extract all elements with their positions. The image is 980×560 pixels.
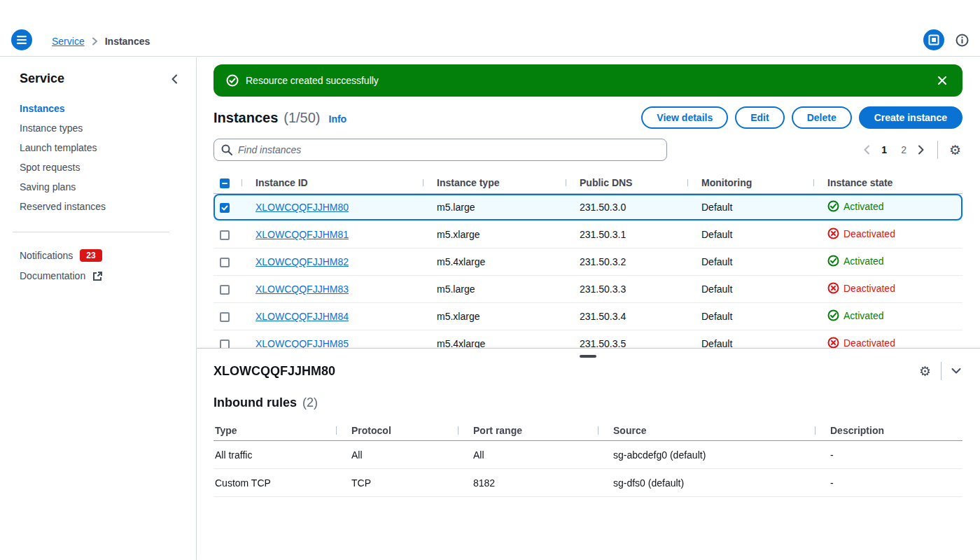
table-row[interactable]: XLOWCQQFJJHM83 m5.large 231.50.3.3 Defau… [214, 276, 962, 303]
column-header-description: Description [815, 425, 962, 436]
instance-state-label: Activated [844, 255, 884, 267]
table-row[interactable]: XLOWCQQFJJHM85 m5.4xlarge 231.50.3.5 Def… [214, 330, 962, 348]
rule-description-cell: - [815, 477, 962, 489]
sidebar-nav-item[interactable]: Instances [20, 99, 179, 118]
instance-type-cell: m5.xlarge [423, 229, 566, 240]
panel-divider [941, 362, 941, 380]
hamburger-menu-button[interactable] [11, 29, 32, 50]
view-details-button[interactable]: View details [641, 106, 728, 129]
success-check-icon [226, 74, 239, 87]
column-header-instance-type[interactable]: Instance type [423, 177, 566, 188]
delete-button[interactable]: Delete [792, 106, 852, 129]
sidebar-nav-item[interactable]: Instance types [20, 118, 179, 138]
split-panel-collapse-button[interactable] [950, 366, 962, 376]
page-1-button[interactable]: 1 [876, 141, 892, 158]
table-header-row: Instance ID Instance type Public DNS Mon… [214, 172, 962, 194]
inbound-rules-title: Inbound rules [214, 396, 297, 410]
column-header-instance-id[interactable]: Instance ID [241, 177, 423, 188]
monitoring-cell: Default [687, 202, 813, 213]
close-icon [937, 76, 947, 85]
public-dns-cell: 231.50.3.0 [566, 202, 687, 213]
monitoring-cell: Default [687, 338, 813, 348]
public-dns-cell: 231.50.3.4 [566, 311, 687, 322]
instance-state-badge: Activated [827, 200, 884, 212]
public-dns-cell: 231.50.3.2 [566, 256, 687, 267]
instance-id-link[interactable]: XLOWCQQFJJHM80 [255, 202, 349, 213]
page-2-button[interactable]: 2 [895, 141, 912, 158]
next-page-button[interactable] [915, 142, 927, 158]
search-input[interactable] [238, 144, 659, 155]
table-row[interactable]: XLOWCQQFJJHM81 m5.xlarge 231.50.3.1 Defa… [214, 221, 962, 248]
instance-state-badge: Activated [827, 255, 884, 267]
top-navigation: Service Instances [0, 0, 980, 57]
rule-type-cell: Custom TCP [214, 477, 336, 489]
instance-state-label: Activated [844, 310, 884, 321]
instance-type-cell: m5.4xlarge [423, 338, 566, 348]
sidebar-nav-item[interactable]: Reserved instances [20, 197, 179, 216]
split-panel-preferences-button[interactable]: ⚙ [918, 363, 932, 379]
column-header-type: Type [214, 425, 336, 436]
split-panel-drag-handle[interactable] [580, 355, 596, 358]
rule-source-cell: sg-abcdefg0 (default) [598, 449, 815, 461]
edit-button[interactable]: Edit [735, 106, 784, 129]
sidebar-nav-item[interactable]: Launch templates [20, 138, 179, 158]
table-preferences-button[interactable]: ⚙ [948, 142, 962, 158]
select-all-checkbox[interactable] [220, 178, 230, 188]
flashbar-message: Resource created successfully [246, 75, 379, 86]
monitoring-cell: Default [687, 256, 813, 267]
status-error-icon [827, 282, 839, 294]
table-row[interactable]: XLOWCQQFJJHM84 m5.xlarge 231.50.3.4 Defa… [214, 303, 962, 330]
column-header-source: Source [598, 425, 815, 436]
breadcrumb-current: Instances [105, 36, 150, 47]
sidebar-collapse-button[interactable] [169, 73, 179, 85]
status-success-icon [827, 255, 839, 267]
public-dns-cell: 231.50.3.5 [566, 338, 687, 348]
row-checkbox[interactable] [220, 230, 230, 240]
flashbar-close-button[interactable] [934, 73, 950, 88]
chevron-right-icon [918, 145, 925, 155]
status-error-icon [827, 337, 839, 348]
column-header-instance-state[interactable]: Instance state [813, 177, 962, 188]
status-error-icon [827, 227, 839, 239]
rule-protocol-cell: All [336, 449, 458, 461]
monitoring-cell: Default [687, 311, 813, 322]
instance-state-label: Deactivated [844, 283, 895, 294]
documentation-label: Documentation [20, 266, 85, 286]
row-checkbox[interactable] [220, 203, 230, 213]
instance-id-link[interactable]: XLOWCQQFJJHM84 [255, 311, 349, 322]
row-checkbox[interactable] [220, 285, 230, 295]
table-row[interactable]: XLOWCQQFJJHM82 m5.4xlarge 231.50.3.2 Def… [214, 248, 962, 276]
instance-id-link[interactable]: XLOWCQQFJJHM81 [255, 229, 349, 240]
info-panel-button[interactable] [955, 34, 969, 47]
chevron-left-icon [863, 145, 870, 155]
instance-id-link[interactable]: XLOWCQQFJJHM83 [255, 284, 349, 295]
create-instance-button[interactable]: Create instance [859, 106, 962, 129]
info-link[interactable]: Info [329, 113, 347, 125]
split-panel-toggle-button[interactable] [923, 29, 944, 50]
instance-type-cell: m5.large [423, 284, 566, 295]
rule-port-cell: All [458, 449, 598, 461]
row-checkbox[interactable] [220, 340, 230, 348]
instance-id-link[interactable]: XLOWCQQFJJHM82 [255, 256, 349, 267]
column-header-monitoring[interactable]: Monitoring [687, 177, 813, 188]
gear-icon: ⚙ [949, 144, 961, 157]
rules-header-row: Type Protocol Port range Source Descript… [214, 420, 962, 441]
item-counter: (1/50) [284, 110, 320, 126]
split-panel-title: XLOWCQQFJJHM80 [214, 364, 335, 379]
sidebar-nav-item[interactable]: Spot requests [20, 158, 179, 177]
row-checkbox[interactable] [220, 258, 230, 267]
instance-id-link[interactable]: XLOWCQQFJJHM85 [255, 338, 349, 348]
previous-page-button[interactable] [860, 142, 873, 158]
breadcrumb-service-link[interactable]: Service [52, 36, 85, 47]
rule-port-cell: 8182 [458, 477, 598, 489]
table-row[interactable]: XLOWCQQFJJHM80 m5.large 231.50.3.0 Defau… [214, 194, 962, 221]
row-checkbox[interactable] [220, 312, 230, 322]
sidebar-documentation-link[interactable]: Documentation [20, 266, 179, 286]
sidebar-nav-item[interactable]: Saving plans [20, 177, 179, 197]
split-panel: XLOWCQQFJJHM80 ⚙ Inbound rules (2) Type … [197, 348, 980, 560]
monitoring-cell: Default [687, 284, 813, 295]
sidebar-notifications-link[interactable]: Notifications 23 [20, 246, 179, 265]
rule-row: Custom TCP TCP 8182 sg-dfs0 (default) - [214, 469, 962, 497]
column-header-public-dns[interactable]: Public DNS [566, 177, 687, 188]
split-panel-icon [928, 34, 939, 46]
